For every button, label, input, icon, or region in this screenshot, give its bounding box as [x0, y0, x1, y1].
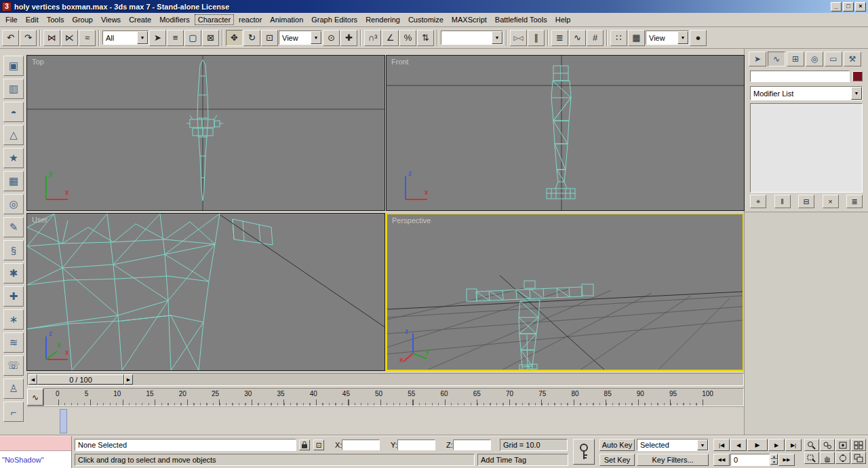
menu-item[interactable]: Group	[68, 14, 97, 26]
quick-render-button[interactable]: ●	[690, 30, 707, 46]
schematic-view-button[interactable]: #	[587, 30, 604, 46]
object-name-field[interactable]	[750, 71, 850, 82]
select-object-button[interactable]: ➤	[149, 30, 166, 46]
chevron-down-icon[interactable]: ▼	[492, 31, 502, 44]
maxscript-mini-listener[interactable]: "NoShadow"	[0, 436, 72, 468]
select-by-name-button[interactable]: ≡	[167, 30, 184, 46]
next-frame-button[interactable]: ▶	[768, 439, 785, 451]
mirror-button[interactable]: ▷◁	[510, 30, 527, 46]
box-icon[interactable]: ▣	[3, 56, 24, 76]
cone-icon[interactable]: △	[3, 125, 24, 145]
viewport-perspective[interactable]: Perspective z x y	[387, 214, 743, 370]
menu-item[interactable]: Rendering	[361, 14, 404, 26]
menu-item[interactable]: Customize	[404, 14, 448, 26]
menu-item[interactable]: Character	[194, 14, 235, 26]
pin-stack-button[interactable]: ⌖	[750, 195, 766, 208]
material-editor-button[interactable]: ∷	[610, 30, 627, 46]
chevron-down-icon[interactable]: ▼	[851, 87, 862, 100]
absolute-mode-toggle[interactable]: ⊡	[313, 440, 324, 450]
viewport-user[interactable]: User z x y	[27, 214, 384, 370]
tab-utilities[interactable]: ⚒	[844, 52, 861, 66]
sphere-icon[interactable]: ◓	[3, 102, 24, 122]
menu-item[interactable]: Battlefield Tools	[491, 14, 551, 26]
play-button[interactable]: ▶	[747, 439, 768, 451]
tab-modify[interactable]: ∿	[768, 52, 785, 66]
show-end-result-button[interactable]: ‖	[774, 195, 791, 208]
previous-key-button[interactable]: ◀◀	[713, 454, 730, 466]
bitmap-icon[interactable]: ▦	[3, 171, 24, 191]
select-and-manipulate-button[interactable]: ✚	[340, 30, 357, 46]
x-coordinate-field[interactable]	[342, 440, 380, 450]
viewport-label[interactable]: Top	[32, 58, 44, 66]
next-key-button[interactable]: ▶▶	[778, 454, 795, 466]
menu-item[interactable]: Animation	[266, 14, 307, 26]
tab-motion[interactable]: ◎	[806, 52, 823, 66]
selection-filter-dropdown[interactable]: All ▼	[102, 31, 149, 45]
z-coordinate-field[interactable]	[453, 440, 491, 450]
set-key-button[interactable]: Set Key	[599, 454, 635, 466]
menu-item[interactable]: Tools	[43, 14, 68, 26]
select-and-scale-button[interactable]: ⊡	[261, 30, 278, 46]
arc-rotate-button[interactable]	[835, 452, 850, 464]
zoom-extents-all-button[interactable]	[851, 439, 866, 451]
pencil-icon[interactable]: ✎	[3, 217, 24, 237]
zoom-button[interactable]	[804, 439, 819, 451]
chevron-down-icon[interactable]: ▼	[137, 31, 148, 44]
set-keys-button[interactable]	[573, 439, 595, 465]
angle-snap-toggle[interactable]: ∠	[382, 30, 399, 46]
time-slider-track[interactable]: ◀ 0 / 100 ▶	[27, 373, 744, 386]
spinner-snap-toggle[interactable]: ⇅	[417, 30, 434, 46]
menu-item[interactable]: Help	[551, 14, 575, 26]
viewport-label[interactable]: User	[32, 216, 47, 224]
time-slider-handle[interactable]: ◀ 0 / 100 ▶	[28, 374, 133, 385]
torus-icon[interactable]: ◎	[3, 194, 24, 214]
reference-coordinate-system-dropdown[interactable]: View ▼	[279, 31, 322, 45]
viewport-label[interactable]: Front	[391, 58, 409, 66]
asterisk-icon[interactable]: ∗	[3, 309, 24, 330]
unlink-selection-button[interactable]: ⋉	[61, 30, 78, 46]
object-color-swatch[interactable]	[852, 71, 863, 81]
zoom-extents-button[interactable]	[835, 439, 850, 451]
close-button[interactable]: ×	[855, 2, 866, 12]
configure-modifier-sets-button[interactable]: ≣	[846, 195, 863, 208]
chevron-down-icon[interactable]: ▼	[677, 31, 688, 44]
menu-item[interactable]: File	[1, 14, 22, 26]
star-icon[interactable]: ★	[3, 148, 24, 168]
auto-key-button[interactable]: Auto Key	[599, 439, 635, 451]
macro-recorder-pane[interactable]	[0, 436, 71, 451]
modifier-list-dropdown[interactable]: Modifier List ▼	[750, 86, 863, 100]
previous-frame-arrow[interactable]: ◀	[28, 374, 37, 385]
chevron-down-icon[interactable]: ▼	[697, 440, 708, 450]
key-filters-button[interactable]: Key Filters...	[637, 454, 709, 466]
min-max-toggle-button[interactable]	[851, 452, 866, 464]
phone-icon[interactable]: ☏	[3, 355, 24, 376]
select-and-rotate-button[interactable]: ↻	[243, 30, 260, 46]
viewport-front[interactable]: Front z x	[387, 56, 744, 210]
listener-pane[interactable]: "NoShadow"	[0, 451, 71, 468]
cylinder-icon[interactable]: ▥	[3, 79, 24, 99]
select-and-link-button[interactable]: ⋈	[43, 30, 60, 46]
maximize-button[interactable]: □	[843, 2, 854, 12]
viewport-top[interactable]: Top y x	[27, 56, 384, 210]
make-unique-button[interactable]: ⊟	[798, 195, 814, 208]
undo-button[interactable]: ↶	[2, 30, 19, 46]
rectangular-selection-region-button[interactable]: ▢	[184, 30, 201, 46]
go-to-end-button[interactable]: ▶|	[785, 439, 802, 451]
next-frame-arrow[interactable]: ▶	[124, 374, 133, 385]
region-zoom-button[interactable]	[804, 452, 819, 464]
menu-item[interactable]: Modifiers	[155, 14, 194, 26]
menu-item[interactable]: MAXScript	[448, 14, 491, 26]
frame-spinner[interactable]: ▲ ▼	[770, 454, 778, 465]
selection-lock-toggle[interactable]	[299, 440, 310, 450]
add-time-tag-field[interactable]: Add Time Tag	[477, 454, 568, 466]
section-icon[interactable]: §	[3, 240, 24, 260]
go-to-start-button[interactable]: |◀	[713, 439, 730, 451]
tab-hierarchy[interactable]: ⊞	[787, 52, 804, 66]
render-scene-button[interactable]: ▦	[628, 30, 645, 46]
gear-icon[interactable]: ✱	[3, 263, 24, 284]
select-and-move-button[interactable]: ✥	[226, 30, 243, 46]
current-frame-indicator[interactable]	[60, 409, 67, 433]
render-type-dropdown[interactable]: View ▼	[646, 31, 689, 45]
named-selection-sets-dropdown[interactable]: ▼	[441, 31, 503, 45]
corner-icon[interactable]: ⌐	[3, 402, 24, 422]
